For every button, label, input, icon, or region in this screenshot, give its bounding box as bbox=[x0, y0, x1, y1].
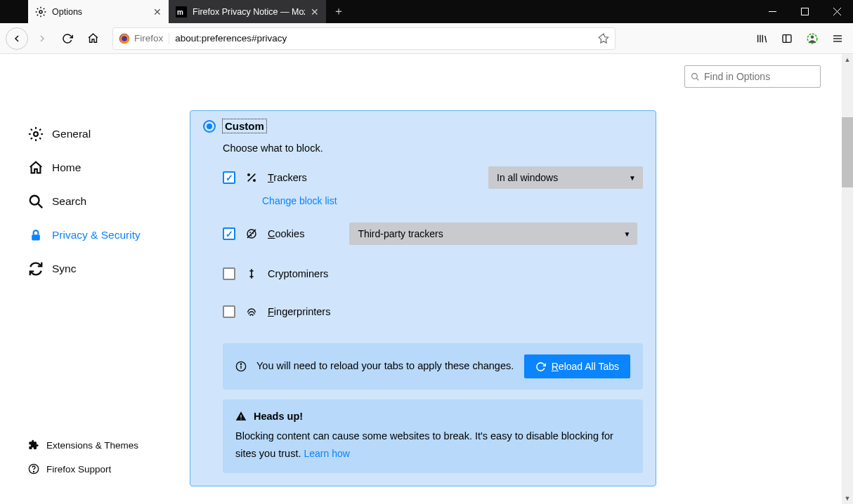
back-button[interactable] bbox=[6, 27, 28, 50]
gear-icon bbox=[28, 126, 44, 142]
scroll-up-icon[interactable]: ▲ bbox=[842, 54, 853, 65]
search-icon bbox=[28, 194, 44, 209]
sidebar: General Home Search Privacy & Security S… bbox=[0, 54, 169, 503]
maximize-button[interactable] bbox=[788, 0, 821, 23]
sidebar-item-label: Home bbox=[52, 161, 81, 174]
checkbox-cookies[interactable] bbox=[223, 227, 235, 240]
titlebar: Options ✕ m Firefox Privacy Notice — Moz… bbox=[0, 0, 853, 23]
svg-rect-14 bbox=[783, 34, 791, 42]
panel-subtitle: Choose what to block. bbox=[223, 142, 643, 154]
svg-point-23 bbox=[34, 132, 38, 136]
select-cookies-type[interactable]: Third-party trackers ▼ bbox=[349, 223, 637, 245]
url-bar[interactable]: Firefox about:preferences#privacy bbox=[112, 27, 616, 50]
identity-label: Firefox bbox=[134, 33, 163, 44]
option-cookies: Cookies Third-party trackers ▼ bbox=[223, 220, 643, 248]
svg-line-13 bbox=[765, 36, 767, 42]
warning-box: Heads up! Blocking content can cause som… bbox=[223, 399, 643, 473]
tab-privacy-notice[interactable]: m Firefox Privacy Notice — Mozil ✕ bbox=[169, 0, 326, 23]
reload-notice-text: You will need to reload your tabs to app… bbox=[256, 358, 514, 374]
close-window-button[interactable] bbox=[821, 0, 853, 23]
close-icon[interactable]: ✕ bbox=[311, 6, 319, 18]
svg-rect-40 bbox=[240, 415, 241, 418]
cookies-icon bbox=[245, 227, 258, 240]
sidebar-footer-label: Firefox Support bbox=[46, 464, 111, 475]
sidebar-item-label: General bbox=[52, 128, 91, 140]
svg-rect-41 bbox=[240, 418, 241, 419]
question-icon bbox=[28, 463, 39, 475]
reload-notice: You will need to reload your tabs to app… bbox=[223, 343, 643, 390]
svg-point-24 bbox=[30, 196, 39, 205]
fingerprinters-icon bbox=[245, 305, 258, 318]
option-label: Trackers bbox=[268, 172, 307, 183]
checkbox-trackers[interactable] bbox=[223, 171, 235, 184]
select-value: In all windows bbox=[497, 172, 558, 183]
select-trackers-windows[interactable]: In all windows ▼ bbox=[488, 166, 643, 189]
reload-all-tabs-button[interactable]: Reload All Tabs bbox=[524, 354, 630, 378]
option-label: Fingerprinters bbox=[268, 306, 330, 317]
gear-icon bbox=[35, 6, 46, 18]
profile-icon[interactable] bbox=[802, 29, 822, 48]
url-text: about:preferences#privacy bbox=[175, 33, 287, 44]
link-learn-how[interactable]: Learn how bbox=[304, 448, 350, 459]
scroll-down-icon[interactable]: ▼ bbox=[842, 493, 853, 504]
sidebar-item-general[interactable]: General bbox=[28, 117, 162, 151]
custom-radio-row[interactable]: Custom bbox=[203, 119, 643, 133]
radio-custom[interactable] bbox=[203, 120, 216, 133]
sidebar-item-search[interactable]: Search bbox=[28, 185, 162, 218]
warning-body: Blocking content can cause some websites… bbox=[235, 427, 630, 462]
window-controls bbox=[756, 0, 853, 23]
svg-point-29 bbox=[247, 173, 250, 176]
panel-title: Custom bbox=[223, 119, 266, 133]
sidebar-item-label: Search bbox=[52, 195, 86, 208]
sidebar-item-label: Privacy & Security bbox=[52, 229, 141, 241]
warning-title: Heads up! bbox=[254, 411, 303, 422]
svg-line-25 bbox=[38, 204, 42, 208]
lock-icon bbox=[28, 227, 44, 243]
chevron-down-icon: ▼ bbox=[624, 230, 631, 238]
sidebar-item-label: Sync bbox=[52, 263, 76, 275]
tab-options[interactable]: Options ✕ bbox=[28, 0, 169, 23]
select-value: Third-party trackers bbox=[358, 228, 443, 239]
library-icon[interactable] bbox=[752, 29, 771, 48]
reload-button[interactable] bbox=[56, 27, 79, 50]
link-change-block-list[interactable]: Change block list bbox=[262, 195, 337, 206]
sidebar-footer: Extensions & Themes Firefox Support bbox=[28, 439, 162, 489]
close-icon[interactable]: ✕ bbox=[153, 6, 162, 18]
content-area: Find in Options General Home Search Priv… bbox=[0, 54, 842, 503]
puzzle-icon bbox=[28, 439, 39, 451]
checkbox-fingerprinters[interactable] bbox=[223, 305, 235, 318]
minimize-button[interactable] bbox=[756, 0, 788, 23]
sidebar-item-home[interactable]: Home bbox=[28, 151, 162, 185]
checkbox-cryptominers[interactable] bbox=[223, 267, 235, 280]
svg-rect-4 bbox=[801, 8, 808, 15]
option-cryptominers: Cryptominers bbox=[223, 255, 643, 293]
new-tab-button[interactable]: ＋ bbox=[326, 0, 351, 23]
home-button[interactable] bbox=[82, 27, 104, 50]
menu-icon[interactable] bbox=[828, 29, 847, 48]
sidebar-item-privacy[interactable]: Privacy & Security bbox=[28, 218, 162, 252]
svg-point-8 bbox=[122, 36, 127, 41]
sidebar-item-sync[interactable]: Sync bbox=[28, 252, 162, 286]
sidebar-footer-support[interactable]: Firefox Support bbox=[28, 463, 162, 475]
warning-title-row: Heads up! bbox=[235, 411, 630, 422]
option-fingerprinters: Fingerprinters bbox=[223, 293, 643, 331]
scroll-thumb[interactable] bbox=[842, 117, 853, 187]
identity-box[interactable]: Firefox bbox=[119, 33, 169, 44]
toolbar-right bbox=[752, 29, 847, 48]
titlebar-spacer bbox=[0, 0, 28, 23]
navbar: Firefox about:preferences#privacy bbox=[0, 23, 853, 54]
reload-icon bbox=[535, 362, 546, 372]
svg-point-39 bbox=[240, 364, 241, 364]
svg-text:m: m bbox=[177, 8, 183, 16]
main-content: Custom Choose what to block. Trackers In… bbox=[169, 54, 842, 503]
bookmark-star-icon[interactable] bbox=[598, 33, 609, 44]
warning-icon bbox=[235, 411, 247, 422]
home-icon bbox=[28, 160, 44, 175]
sync-icon bbox=[28, 261, 44, 277]
tab-label: Firefox Privacy Notice — Mozil bbox=[193, 7, 305, 17]
sidebar-toggle-icon[interactable] bbox=[777, 29, 797, 48]
sidebar-footer-extensions[interactable]: Extensions & Themes bbox=[28, 439, 162, 451]
custom-blocking-panel: Custom Choose what to block. Trackers In… bbox=[190, 110, 656, 486]
cryptominers-icon bbox=[245, 267, 258, 280]
scrollbar-vertical[interactable]: ▲ ▼ bbox=[842, 54, 853, 504]
